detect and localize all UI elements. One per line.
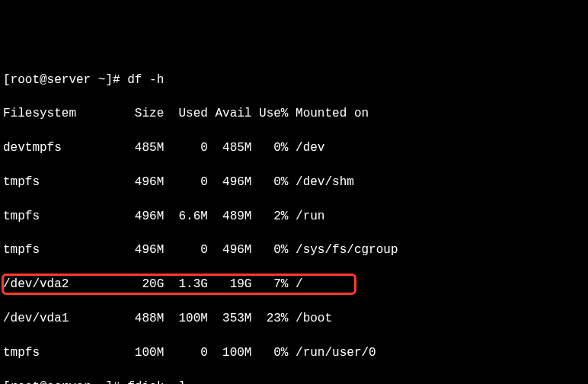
df-row: tmpfs 100M 0 100M 0% /run/user/0 (3, 344, 585, 361)
shell-prompt-df: [root@server ~]# df -h (3, 72, 585, 88)
df-row: tmpfs 496M 6.6M 489M 2% /run (3, 208, 585, 225)
df-row: /dev/vda1 488M 100M 353M 23% /boot (3, 310, 585, 327)
df-row-highlighted: /dev/vda2 20G 1.3G 19G 7% / (3, 276, 585, 293)
df-row: tmpfs 496M 0 496M 0% /dev/shm (3, 174, 585, 190)
shell-prompt-fdisk: [root@server ~]# fdisk -l (3, 379, 585, 384)
df-header: Filesystem Size Used Avail Use% Mounted … (3, 105, 585, 122)
df-row: tmpfs 496M 0 496M 0% /sys/fs/cgroup (3, 242, 585, 258)
df-row: devtmpfs 485M 0 485M 0% /dev (3, 139, 585, 156)
